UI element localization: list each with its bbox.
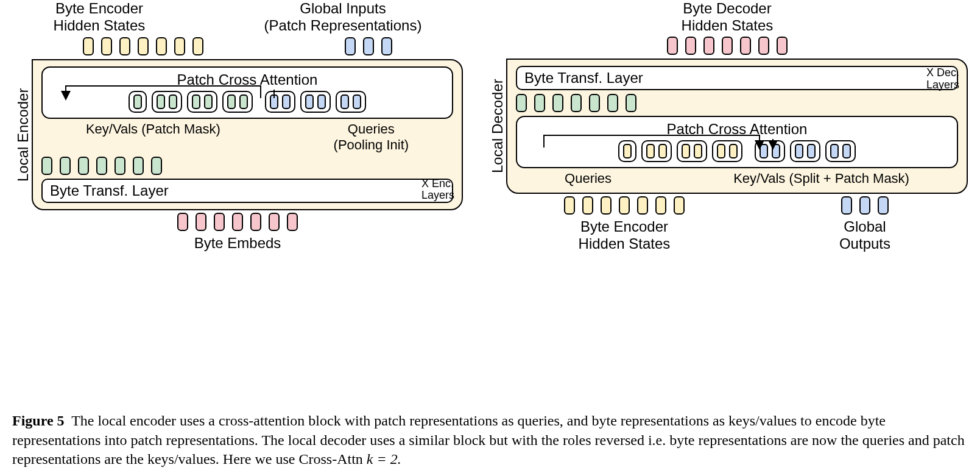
group [129,91,147,113]
label-byte-embeds: Byte Embeds [194,235,281,252]
token [119,37,130,55]
text: Byte Decoder Hidden States [682,0,774,34]
token [667,37,678,55]
token [694,144,702,158]
tokens-byte-hidden [83,37,203,55]
side-label-decoder: Local Decoder [487,59,506,194]
token [674,196,685,215]
token [282,94,291,109]
token [83,37,94,55]
text: Byte Encoder Hidden States [54,0,146,34]
token [619,196,630,215]
token [637,196,648,215]
label-byte-encoder-hidden-bottom: Byte Encoder Hidden States [579,218,671,252]
token [287,213,298,231]
token [516,94,527,112]
query-groups [265,91,366,113]
group [222,91,253,113]
token [646,144,655,158]
token [807,144,816,158]
token [169,94,177,109]
token [682,144,690,158]
token [740,37,751,55]
token [363,37,374,55]
token [658,144,667,158]
token [340,94,349,109]
text: Global Inputs (Patch Representations) [264,0,422,34]
token [192,37,203,55]
token [717,144,725,158]
token [227,94,236,109]
group [641,140,672,162]
label-kv: Key/Vals (Split + Patch Mask) [733,171,909,187]
token [269,213,280,231]
caption-body: The local encoder uses a cross-attention… [12,413,965,467]
token [232,213,243,231]
token [60,157,71,175]
token [729,144,738,158]
token [345,37,356,55]
token [138,37,149,55]
tokens-yellow-bottom [564,196,685,215]
label-byte-encoder-hidden: Byte Encoder Hidden States [54,0,146,34]
encoder-top-labels: Byte Encoder Hidden States Global Inputs… [12,0,463,34]
side-label-encoder: Local Encoder [12,59,32,210]
token [722,37,733,55]
token [192,94,200,109]
text: Global Outputs [839,218,890,252]
token [196,213,206,231]
token [655,196,666,215]
token [758,37,769,55]
token [571,94,582,112]
token [685,37,696,55]
group [825,140,856,162]
group [336,91,366,113]
group [712,140,742,162]
groups-row [129,91,366,113]
token [151,157,162,175]
group [790,140,820,162]
token [626,94,636,112]
under-labels: Key/Vals (Patch Mask) Queries (Pooling I… [41,121,453,153]
token [270,94,278,109]
text: X Enc. Layers [421,177,454,202]
token [174,37,185,55]
note-dec-layers: X Dec. Layers [926,67,959,91]
label-byte-decoder-hidden: Byte Decoder Hidden States [682,0,774,34]
token [878,196,889,215]
group [187,91,217,113]
token [772,144,780,158]
token [78,157,89,175]
token [381,37,392,55]
token [177,213,188,231]
text: Byte Encoder Hidden States [579,218,671,252]
token [250,213,261,231]
token [830,144,839,158]
label-queries: Queries [565,171,612,187]
token [96,157,107,175]
token [133,94,142,109]
token [842,144,851,158]
token [214,213,225,231]
query-groups [618,140,742,162]
token [760,144,768,158]
group [755,140,785,162]
token [552,94,563,112]
group [677,140,707,162]
byte-transf-layer: Byte Transf. Layer [516,66,958,90]
decoder-module: X Dec. Layers Byte Transf. Layer Patch C [506,59,968,194]
kv-groups [755,140,856,162]
group [152,91,182,113]
note-enc-layers: X Enc. Layers [421,178,454,202]
cross-attn-title: Patch Cross Attention [177,71,318,88]
label-queries: Queries (Pooling Init) [334,121,409,153]
decoder-cross-attention: Patch Cross Attention [516,116,958,168]
label-global-inputs: Global Inputs (Patch Representations) [264,0,422,34]
tokens-blue-bottom [841,196,889,215]
token [564,196,575,215]
cross-attn-title: Patch Cross Attention [667,121,808,138]
local-decoder-diagram: Byte Decoder Hidden States Local Decoder… [487,0,968,252]
token [157,94,165,109]
tokens-pink-top [667,37,788,55]
group [618,140,636,162]
